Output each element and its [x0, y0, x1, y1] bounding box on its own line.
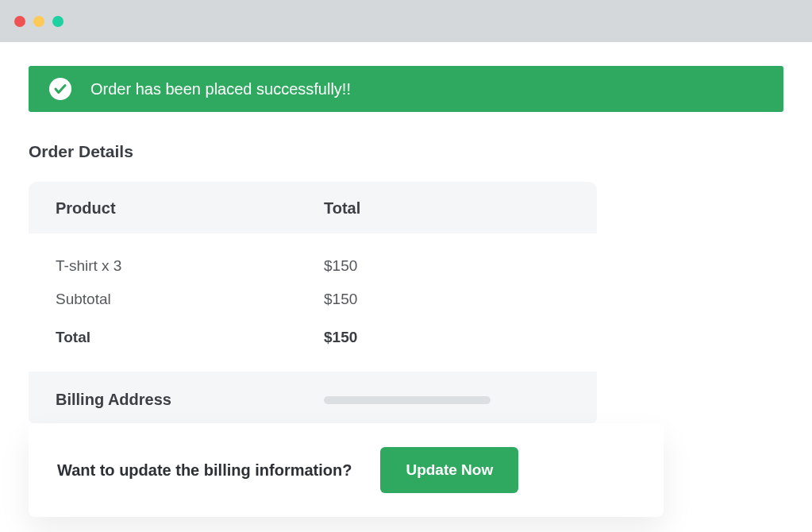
window-maximize-button[interactable] [52, 16, 63, 27]
order-table-body: T-shirt x 3 $150 Subtotal $150 Total $15… [29, 233, 597, 372]
checkmark-icon [49, 78, 71, 100]
column-header-total: Total [324, 199, 570, 218]
row-product-value: $150 [324, 257, 570, 275]
table-row: T-shirt x 3 $150 [56, 249, 570, 283]
row-product-label: T-shirt x 3 [56, 257, 324, 275]
alert-message: Order has been placed successfully!! [90, 80, 351, 98]
order-details-card: Product Total T-shirt x 3 $150 Subtotal … [29, 182, 597, 425]
success-alert: Order has been placed successfully!! [29, 66, 783, 112]
update-billing-card: Want to update the billing information? … [29, 423, 664, 517]
billing-address-section: Billing Address [29, 372, 597, 425]
row-subtotal-value: $150 [324, 291, 570, 308]
main-content: Order has been placed successfully!! Ord… [0, 42, 812, 517]
table-row-total: Total $150 [56, 321, 570, 354]
order-table-header: Product Total [29, 182, 597, 233]
row-total-value: $150 [324, 329, 570, 346]
billing-address-heading: Billing Address [56, 391, 324, 409]
update-prompt-text: Want to update the billing information? [57, 461, 352, 480]
column-header-product: Product [56, 199, 324, 218]
update-now-button[interactable]: Update Now [380, 447, 518, 493]
billing-address-placeholder [324, 396, 491, 404]
order-details-heading: Order Details [29, 142, 783, 161]
row-total-label: Total [56, 329, 324, 346]
table-row: Subtotal $150 [56, 283, 570, 316]
window-close-button[interactable] [14, 16, 25, 27]
row-subtotal-label: Subtotal [56, 291, 324, 308]
window-minimize-button[interactable] [33, 16, 44, 27]
window-titlebar [0, 0, 812, 42]
